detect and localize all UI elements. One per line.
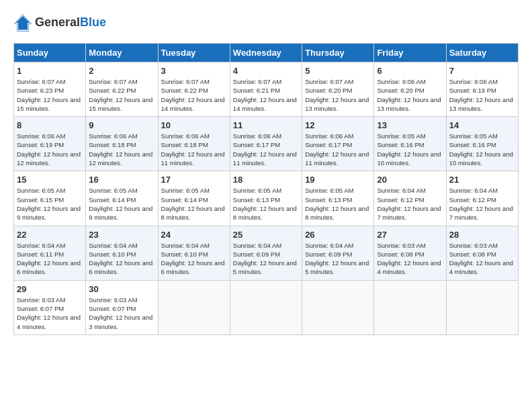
day-cell: 27 Sunrise: 6:03 AM Sunset: 6:08 PM Dayl…	[374, 226, 446, 280]
week-row-5: 29 Sunrise: 6:03 AM Sunset: 6:07 PM Dayl…	[14, 280, 519, 334]
day-number: 30	[89, 284, 154, 294]
col-header-thursday: Thursday	[302, 44, 374, 62]
logo: GeneralBlue	[13, 13, 106, 32]
day-cell: 20 Sunrise: 6:04 AM Sunset: 6:12 PM Dayl…	[374, 171, 446, 226]
day-cell: 5 Sunrise: 6:07 AM Sunset: 6:20 PM Dayli…	[302, 62, 374, 117]
day-info: Sunrise: 6:06 AM Sunset: 6:17 PM Dayligh…	[233, 132, 299, 167]
day-info: Sunrise: 6:03 AM Sunset: 6:07 PM Dayligh…	[89, 295, 154, 331]
day-number: 9	[89, 120, 154, 130]
day-cell: 13 Sunrise: 6:05 AM Sunset: 6:16 PM Dayl…	[374, 117, 446, 171]
day-number: 5	[305, 66, 371, 76]
day-info: Sunrise: 6:06 AM Sunset: 6:18 PM Dayligh…	[89, 132, 154, 167]
day-info: Sunrise: 6:05 AM Sunset: 6:15 PM Dayligh…	[17, 186, 83, 222]
day-number: 4	[233, 66, 299, 76]
day-number: 23	[89, 230, 154, 240]
day-number: 10	[161, 120, 227, 130]
day-cell	[374, 280, 446, 334]
day-info: Sunrise: 6:07 AM Sunset: 6:20 PM Dayligh…	[305, 77, 371, 113]
day-cell	[230, 280, 302, 334]
day-cell: 25 Sunrise: 6:04 AM Sunset: 6:09 PM Dayl…	[230, 226, 302, 280]
day-info: Sunrise: 6:04 AM Sunset: 6:09 PM Dayligh…	[233, 241, 299, 277]
day-number: 17	[161, 175, 227, 185]
day-info: Sunrise: 6:05 AM Sunset: 6:14 PM Dayligh…	[161, 186, 227, 222]
col-header-friday: Friday	[374, 44, 446, 62]
day-number: 15	[17, 175, 83, 185]
day-cell: 19 Sunrise: 6:05 AM Sunset: 6:13 PM Dayl…	[302, 171, 374, 226]
day-cell: 7 Sunrise: 6:06 AM Sunset: 6:19 PM Dayli…	[446, 62, 518, 117]
col-header-sunday: Sunday	[14, 44, 86, 62]
day-cell: 11 Sunrise: 6:06 AM Sunset: 6:17 PM Dayl…	[230, 117, 302, 171]
logo-icon	[13, 13, 32, 32]
day-number: 20	[377, 175, 443, 185]
day-cell: 4 Sunrise: 6:07 AM Sunset: 6:21 PM Dayli…	[230, 62, 302, 117]
day-info: Sunrise: 6:05 AM Sunset: 6:16 PM Dayligh…	[449, 132, 515, 167]
day-info: Sunrise: 6:07 AM Sunset: 6:22 PM Dayligh…	[161, 77, 227, 113]
day-info: Sunrise: 6:03 AM Sunset: 6:07 PM Dayligh…	[17, 295, 83, 331]
day-number: 19	[305, 175, 371, 185]
header-row: SundayMondayTuesdayWednesdayThursdayFrid…	[14, 44, 519, 62]
day-cell: 22 Sunrise: 6:04 AM Sunset: 6:11 PM Dayl…	[14, 226, 86, 280]
day-cell: 21 Sunrise: 6:04 AM Sunset: 6:12 PM Dayl…	[446, 171, 518, 226]
logo-text: GeneralBlue	[35, 16, 106, 30]
day-info: Sunrise: 6:06 AM Sunset: 6:19 PM Dayligh…	[17, 132, 83, 167]
day-info: Sunrise: 6:04 AM Sunset: 6:10 PM Dayligh…	[161, 241, 227, 277]
day-info: Sunrise: 6:05 AM Sunset: 6:13 PM Dayligh…	[233, 186, 299, 222]
day-info: Sunrise: 6:04 AM Sunset: 6:12 PM Dayligh…	[377, 186, 443, 222]
day-number: 22	[17, 230, 83, 240]
day-number: 14	[449, 120, 515, 130]
day-cell: 30 Sunrise: 6:03 AM Sunset: 6:07 PM Dayl…	[86, 280, 158, 334]
day-cell: 29 Sunrise: 6:03 AM Sunset: 6:07 PM Dayl…	[14, 280, 86, 334]
day-info: Sunrise: 6:05 AM Sunset: 6:14 PM Dayligh…	[89, 186, 154, 222]
day-info: Sunrise: 6:06 AM Sunset: 6:19 PM Dayligh…	[449, 77, 515, 113]
day-info: Sunrise: 6:03 AM Sunset: 6:08 PM Dayligh…	[377, 241, 443, 277]
day-cell: 23 Sunrise: 6:04 AM Sunset: 6:10 PM Dayl…	[86, 226, 158, 280]
day-number: 21	[449, 175, 515, 185]
day-number: 18	[233, 175, 299, 185]
day-cell: 3 Sunrise: 6:07 AM Sunset: 6:22 PM Dayli…	[158, 62, 230, 117]
day-cell: 8 Sunrise: 6:06 AM Sunset: 6:19 PM Dayli…	[14, 117, 86, 171]
day-info: Sunrise: 6:03 AM Sunset: 6:08 PM Dayligh…	[449, 241, 515, 277]
day-cell	[158, 280, 230, 334]
week-row-3: 15 Sunrise: 6:05 AM Sunset: 6:15 PM Dayl…	[14, 171, 519, 226]
svg-marker-0	[16, 16, 30, 30]
week-row-1: 1 Sunrise: 6:07 AM Sunset: 6:23 PM Dayli…	[14, 62, 519, 117]
col-header-wednesday: Wednesday	[230, 44, 302, 62]
calendar-table: SundayMondayTuesdayWednesdayThursdayFrid…	[13, 43, 519, 335]
day-cell	[446, 280, 518, 334]
day-cell: 18 Sunrise: 6:05 AM Sunset: 6:13 PM Dayl…	[230, 171, 302, 226]
day-cell: 6 Sunrise: 6:06 AM Sunset: 6:20 PM Dayli…	[374, 62, 446, 117]
day-cell: 10 Sunrise: 6:06 AM Sunset: 6:18 PM Dayl…	[158, 117, 230, 171]
day-number: 1	[17, 66, 83, 76]
day-number: 28	[449, 230, 515, 240]
col-header-tuesday: Tuesday	[158, 44, 230, 62]
day-info: Sunrise: 6:06 AM Sunset: 6:17 PM Dayligh…	[305, 132, 371, 167]
day-info: Sunrise: 6:06 AM Sunset: 6:18 PM Dayligh…	[161, 132, 227, 167]
day-number: 6	[377, 66, 443, 76]
day-number: 29	[17, 284, 83, 294]
day-cell: 15 Sunrise: 6:05 AM Sunset: 6:15 PM Dayl…	[14, 171, 86, 226]
day-number: 25	[233, 230, 299, 240]
day-info: Sunrise: 6:07 AM Sunset: 6:23 PM Dayligh…	[17, 77, 83, 113]
day-cell: 12 Sunrise: 6:06 AM Sunset: 6:17 PM Dayl…	[302, 117, 374, 171]
day-info: Sunrise: 6:04 AM Sunset: 6:11 PM Dayligh…	[17, 241, 83, 277]
day-info: Sunrise: 6:07 AM Sunset: 6:21 PM Dayligh…	[233, 77, 299, 113]
day-number: 11	[233, 120, 299, 130]
day-number: 12	[305, 120, 371, 130]
day-info: Sunrise: 6:05 AM Sunset: 6:13 PM Dayligh…	[305, 186, 371, 222]
week-row-4: 22 Sunrise: 6:04 AM Sunset: 6:11 PM Dayl…	[14, 226, 519, 280]
day-info: Sunrise: 6:04 AM Sunset: 6:12 PM Dayligh…	[449, 186, 515, 222]
day-cell: 16 Sunrise: 6:05 AM Sunset: 6:14 PM Dayl…	[86, 171, 158, 226]
day-info: Sunrise: 6:04 AM Sunset: 6:09 PM Dayligh…	[305, 241, 371, 277]
day-cell: 1 Sunrise: 6:07 AM Sunset: 6:23 PM Dayli…	[14, 62, 86, 117]
day-cell: 2 Sunrise: 6:07 AM Sunset: 6:22 PM Dayli…	[86, 62, 158, 117]
day-cell: 14 Sunrise: 6:05 AM Sunset: 6:16 PM Dayl…	[446, 117, 518, 171]
day-number: 13	[377, 120, 443, 130]
day-number: 7	[449, 66, 515, 76]
day-cell	[302, 280, 374, 334]
day-number: 16	[89, 175, 154, 185]
day-number: 2	[89, 66, 154, 76]
day-cell: 26 Sunrise: 6:04 AM Sunset: 6:09 PM Dayl…	[302, 226, 374, 280]
day-cell: 9 Sunrise: 6:06 AM Sunset: 6:18 PM Dayli…	[86, 117, 158, 171]
day-info: Sunrise: 6:04 AM Sunset: 6:10 PM Dayligh…	[89, 241, 154, 277]
day-number: 26	[305, 230, 371, 240]
